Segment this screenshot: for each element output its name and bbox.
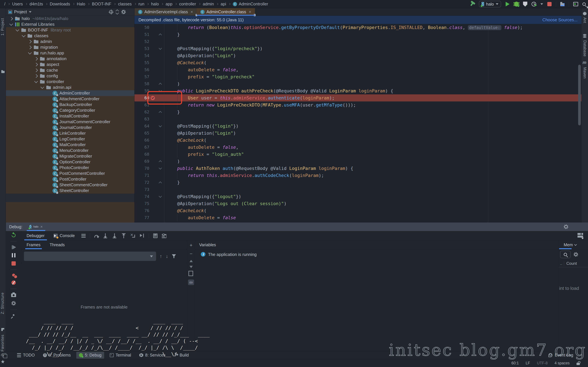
choose-sources-link[interactable]: Choose Sources... [542, 17, 578, 22]
run-to-cursor-icon[interactable] [140, 233, 145, 238]
line-number[interactable]: 56 [135, 66, 149, 73]
gutter-breakpoint-area[interactable] [149, 214, 156, 221]
fold-start-icon[interactable] [159, 124, 162, 127]
tree-item[interactable]: halo~/d4m1ts/java/halo [6, 16, 134, 21]
code-line[interactable]: 62 } [135, 108, 581, 116]
code-line[interactable]: 75 @ApiOperation("Logs out (Clear sessio… [135, 200, 581, 207]
code-line[interactable]: 68 prefix = "login_auth" [135, 151, 581, 158]
code-line[interactable]: 70 public AuthToken auth(@RequestBody @V… [135, 165, 581, 172]
watches-icon[interactable]: ∞ [188, 280, 194, 285]
tree-item[interactable]: CCategoryController [6, 108, 134, 113]
tree-item[interactable]: controller [6, 79, 134, 84]
run-anything-icon[interactable] [573, 2, 578, 6]
frame-up-icon[interactable]: ↑ [160, 253, 162, 259]
chevron-right-icon[interactable] [34, 68, 38, 72]
thread-selector-dropdown[interactable] [24, 252, 156, 261]
memory-settings-icon[interactable] [574, 252, 578, 257]
fold-start-icon[interactable] [159, 47, 162, 50]
line-number[interactable]: 61 [135, 101, 149, 108]
line-number[interactable]: 77 [135, 214, 149, 221]
tool-window-button-build[interactable]: Build [171, 352, 191, 359]
tool-window-button-terminal[interactable]: Terminal [107, 352, 134, 359]
tab-console[interactable]: Console [51, 231, 77, 240]
tree-item[interactable]: CPostController [6, 176, 134, 182]
fold-end-icon[interactable] [159, 160, 162, 164]
chevron-right-icon[interactable] [9, 17, 13, 20]
grid-icon[interactable] [1, 328, 4, 331]
line-number[interactable]: 68 [135, 151, 149, 158]
gutter-breakpoint-area[interactable] [149, 108, 156, 116]
copy-stack-icon[interactable] [189, 272, 193, 276]
tree-item[interactable]: CSheetController [6, 188, 134, 193]
resume-icon[interactable] [13, 245, 16, 249]
chevron-down-icon[interactable] [28, 51, 32, 54]
line-number[interactable]: 76 [135, 207, 149, 214]
maven-icon[interactable]: m [583, 60, 586, 65]
code-line[interactable]: 53 @PostMapping({"login/precheck"}) [135, 45, 581, 52]
breadcrumb-item[interactable]: BOOT-INF [92, 2, 111, 6]
tree-item[interactable]: CAttachmentController [6, 96, 134, 102]
tree-item[interactable]: CBackupController [6, 102, 134, 108]
gutter-breakpoint-area[interactable] [149, 80, 156, 87]
code-line[interactable]: 55 @CacheLock( [135, 59, 581, 66]
line-number[interactable]: 71 [135, 172, 149, 179]
profiler-chevron-icon[interactable] [540, 3, 543, 5]
line-number[interactable]: 52 [135, 38, 149, 45]
line-number[interactable]: 59 [135, 87, 149, 94]
tree-item[interactable]: COptionController [6, 159, 134, 165]
locate-file-icon[interactable] [109, 10, 113, 14]
line-number[interactable]: 67 [135, 144, 149, 151]
debug-settings-icon[interactable] [564, 225, 568, 229]
breadcrumb-item[interactable]: classes [118, 2, 132, 6]
line-number[interactable]: 69 [135, 158, 149, 165]
tree-item[interactable]: admin.api [6, 84, 134, 90]
line-number[interactable]: 50 [135, 24, 149, 31]
tool-tab-project[interactable]: 1: Project [0, 18, 5, 35]
stop-icon[interactable] [11, 261, 16, 266]
line-number[interactable]: 55 [135, 59, 149, 66]
debug-button[interactable] [514, 2, 519, 7]
step-over-icon[interactable] [94, 235, 99, 238]
gutter-breakpoint-area[interactable] [149, 179, 156, 186]
tree-item[interactable]: cache [6, 67, 134, 73]
close-icon[interactable]: × [249, 9, 251, 14]
gutter-breakpoint-area[interactable] [149, 137, 156, 144]
code-line[interactable]: 77 autoDelete = false [135, 214, 581, 221]
tree-item[interactable]: CJournalCommentController [6, 119, 134, 125]
ant-icon[interactable] [583, 12, 587, 15]
tree-item[interactable]: CAdminController [6, 90, 134, 96]
chevron-down-icon[interactable] [34, 79, 38, 83]
evaluate-expression-icon[interactable] [153, 234, 157, 238]
code-line[interactable]: 50 return (Boolean)this.optionService.ge… [135, 24, 581, 31]
view-breakpoints-icon[interactable] [12, 274, 15, 276]
gutter-breakpoint-area[interactable] [149, 186, 156, 193]
tree-item[interactable]: CInstallController [6, 113, 134, 119]
gutter-breakpoint-area[interactable] [149, 59, 156, 66]
pause-icon[interactable] [12, 253, 15, 257]
chevron-right-icon[interactable] [28, 40, 32, 43]
status-item[interactable]: 60:1 [511, 361, 519, 365]
tree-item[interactable]: config [6, 73, 134, 79]
code-line[interactable]: 51 } [135, 31, 581, 38]
tool-tab-maven[interactable]: Maven [583, 67, 587, 78]
code-line[interactable]: 59 public LoginPreCheckDTO authPreCheck(… [135, 87, 581, 94]
gear-icon[interactable] [121, 10, 126, 14]
rerun-icon[interactable] [11, 233, 17, 238]
code-line[interactable]: 78 ) [135, 221, 581, 223]
status-item[interactable]: LF [526, 361, 530, 365]
line-number[interactable]: 63 [135, 116, 149, 123]
unlock-icon[interactable] [577, 363, 580, 365]
tree-item[interactable]: annotation [6, 56, 134, 62]
breadcrumb-item[interactable]: halo [151, 2, 159, 6]
project-structure-icon[interactable] [560, 2, 564, 6]
chevron-down-icon[interactable] [9, 22, 13, 26]
gutter-breakpoint-area[interactable] [149, 31, 156, 38]
status-item[interactable]: 4 spaces [554, 361, 570, 365]
line-number[interactable]: 58 [135, 80, 149, 87]
gutter-breakpoint-area[interactable] [149, 52, 156, 59]
line-number[interactable]: 72 [135, 179, 149, 186]
gutter-breakpoint-area[interactable] [149, 130, 156, 137]
project-panel-title[interactable]: Project [14, 9, 27, 14]
line-number[interactable]: 54 [135, 52, 149, 59]
code-line[interactable]: 54 @ApiOperation("Login") [135, 52, 581, 59]
